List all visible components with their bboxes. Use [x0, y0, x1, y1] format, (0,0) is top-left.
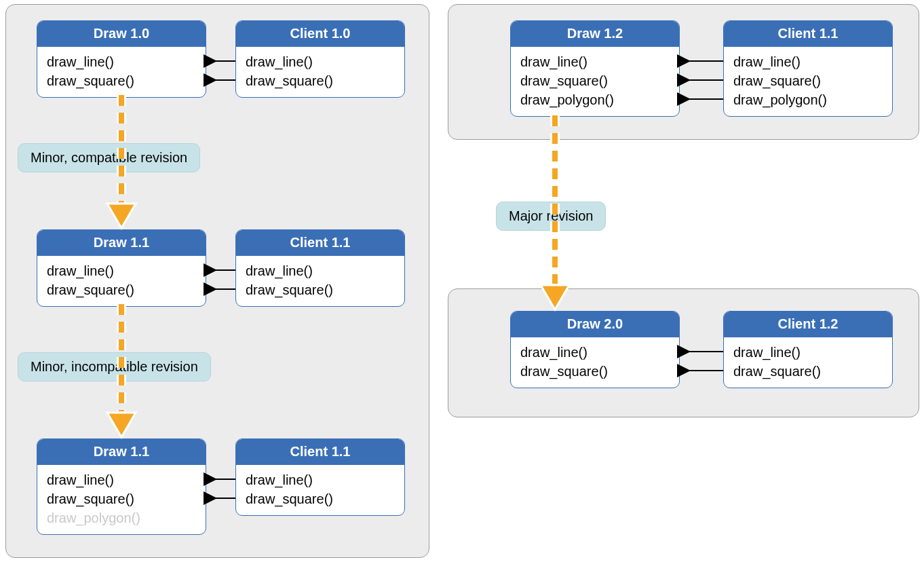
box-client-1.1-b: Client 1.1 draw_line() draw_square() [235, 438, 405, 516]
box-title: Draw 1.1 [37, 230, 206, 256]
box-draw-1.2: Draw 1.2 draw_line() draw_square() draw_… [510, 20, 680, 117]
method: draw_square() [246, 489, 395, 508]
revision-label-minor-incompatible: Minor, incompatible revision [18, 352, 211, 381]
box-client-1.2: Client 1.2 draw_line() draw_square() [723, 311, 893, 388]
method: draw_line() [47, 470, 196, 489]
method: draw_square() [246, 71, 395, 90]
method: draw_line() [246, 52, 395, 71]
method: draw_line() [47, 52, 196, 71]
method: draw_square() [47, 71, 196, 90]
box-title: Draw 2.0 [511, 312, 679, 337]
method: draw_square() [246, 280, 395, 299]
box-title: Draw 1.1 [37, 439, 206, 465]
box-title: Draw 1.2 [511, 21, 679, 47]
method: draw_square() [47, 280, 196, 299]
method: draw_square() [733, 362, 883, 381]
box-draw-1.1-a: Draw 1.1 draw_line() draw_square() [37, 229, 206, 307]
box-client-1.1-a: Client 1.1 draw_line() draw_square() [235, 229, 405, 307]
method: draw_polygon() [520, 90, 670, 109]
method: draw_line() [733, 52, 883, 71]
method: draw_line() [520, 343, 670, 362]
box-draw-1.1-b: Draw 1.1 draw_line() draw_square() draw_… [37, 438, 206, 535]
box-draw-2.0: Draw 2.0 draw_line() draw_square() [510, 311, 680, 388]
method: draw_polygon() [733, 90, 883, 109]
method: draw_line() [733, 343, 883, 362]
revision-label-major: Major revision [496, 202, 606, 231]
method: draw_line() [47, 261, 196, 280]
box-title: Client 1.2 [724, 312, 892, 337]
box-title: Client 1.1 [236, 439, 404, 465]
method: draw_square() [520, 71, 670, 90]
method: draw_square() [733, 71, 883, 90]
method: draw_line() [246, 470, 395, 489]
diagram-canvas: Draw 1.0 draw_line() draw_square() Clien… [0, 0, 924, 562]
box-client-1.1-right: Client 1.1 draw_line() draw_square() dra… [723, 20, 893, 117]
method: draw_line() [520, 52, 670, 71]
box-title: Client 1.0 [236, 21, 404, 47]
revision-label-minor-compatible: Minor, compatible revision [18, 143, 200, 172]
box-title: Client 1.1 [724, 21, 892, 47]
method: draw_square() [47, 489, 196, 508]
method: draw_line() [246, 261, 395, 280]
method: draw_square() [520, 362, 670, 381]
box-draw-1.0: Draw 1.0 draw_line() draw_square() [37, 20, 206, 98]
box-client-1.0: Client 1.0 draw_line() draw_square() [235, 20, 405, 98]
box-title: Draw 1.0 [37, 21, 206, 47]
box-title: Client 1.1 [236, 230, 404, 256]
method-dimmed: draw_polygon() [47, 508, 196, 527]
